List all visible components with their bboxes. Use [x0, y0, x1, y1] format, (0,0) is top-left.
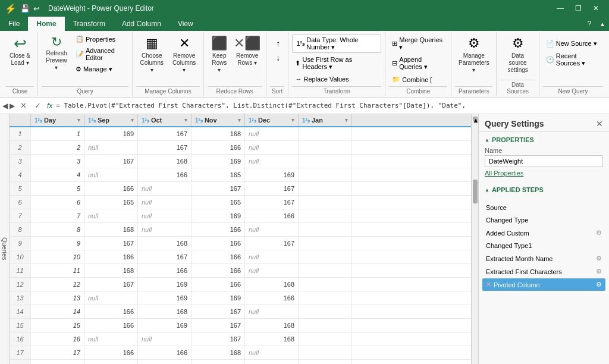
cell-sep[interactable]: 168 — [84, 264, 138, 277]
cell-sep[interactable]: null — [84, 168, 138, 181]
tab-add-column[interactable]: Add Column — [114, 17, 169, 31]
scroll-up-arrow[interactable]: ▲ — [473, 117, 478, 121]
cell-oct[interactable]: null — [138, 196, 192, 209]
applied-step-item[interactable]: Extracted First Characters⚙ — [482, 265, 605, 278]
vertical-scrollbar[interactable]: ▲ ▼ — [471, 114, 478, 364]
cell-sep[interactable]: 166 — [84, 305, 138, 318]
cell-day[interactable]: 15 — [31, 319, 84, 332]
cell-sep[interactable]: 167 — [84, 155, 138, 168]
cell-nov[interactable]: 166 — [192, 223, 245, 236]
cell-sep[interactable]: null — [84, 291, 138, 305]
cell-sep[interactable]: 165 — [84, 196, 138, 209]
cell-oct[interactable]: 166 — [138, 264, 192, 277]
cell-nov[interactable]: 165 — [192, 196, 245, 209]
cell-sep[interactable]: 167 — [84, 278, 138, 291]
col-dec-filter[interactable]: ▾ — [291, 117, 294, 123]
cell-jan[interactable] — [299, 332, 352, 346]
combine-files-button[interactable]: 📁 Combine [ — [389, 74, 435, 85]
tab-transform[interactable]: Transform — [65, 17, 114, 31]
confirm-formula-icon[interactable]: ✓ — [32, 100, 43, 112]
cell-sep[interactable]: 166 — [84, 319, 138, 332]
choose-columns-button[interactable]: ▦ ChooseColumns ▾ — [136, 33, 167, 76]
applied-step-item[interactable]: Changed Type — [482, 214, 605, 226]
cell-oct[interactable]: 167 — [138, 141, 192, 154]
cell-jan[interactable] — [299, 278, 352, 291]
cell-day[interactable]: 4 — [31, 168, 84, 181]
new-source-button[interactable]: 📄 New Source ▾ — [543, 38, 600, 49]
cell-day[interactable]: 7 — [31, 209, 84, 222]
cell-jan[interactable] — [299, 182, 352, 195]
col-header-oct[interactable]: 1²₃ Oct ▾ — [138, 114, 192, 126]
cell-dec[interactable]: 168 — [245, 278, 299, 291]
data-type-button[interactable]: 1²₃ Data Type: Whole Number ▾ — [292, 34, 381, 53]
cell-dec[interactable]: 167 — [245, 182, 299, 195]
quick-access-save[interactable]: 💾 — [20, 4, 30, 13]
step-settings-icon[interactable]: ⚙ — [596, 229, 602, 237]
tab-view[interactable]: View — [169, 17, 202, 31]
cell-day[interactable]: 2 — [31, 141, 84, 154]
sort-desc-button[interactable]: ↓ — [270, 51, 287, 64]
cell-nov[interactable]: 166 — [192, 141, 245, 154]
cell-jan[interactable] — [299, 141, 352, 154]
keep-rows-button[interactable]: ⬛ KeepRows ▾ — [208, 33, 231, 76]
recent-sources-button[interactable]: 🕐 Recent Sources ▾ — [543, 51, 603, 69]
cell-nov[interactable]: 167 — [192, 332, 245, 346]
cell-sep[interactable]: 166 — [84, 360, 138, 364]
data-source-settings-button[interactable]: ⚙ Data sourcesettings — [500, 33, 535, 76]
cell-nov[interactable]: 166 — [192, 278, 245, 291]
cell-oct[interactable]: null — [138, 332, 192, 346]
manage-params-button[interactable]: ⚙ ManageParameters ▾ — [455, 33, 492, 76]
cell-dec[interactable]: 168 — [245, 332, 299, 346]
cell-dec[interactable]: null — [245, 127, 299, 140]
cell-jan[interactable] — [299, 209, 352, 222]
cell-nov[interactable]: 169 — [192, 209, 245, 222]
cell-day[interactable]: 13 — [31, 291, 84, 305]
cell-day[interactable]: 17 — [31, 346, 84, 359]
cell-dec[interactable]: 169 — [245, 168, 299, 181]
cell-dec[interactable]: null — [245, 250, 299, 263]
cell-oct[interactable]: null — [138, 360, 192, 364]
cell-nov[interactable]: 167 — [192, 319, 245, 332]
cell-jan[interactable] — [299, 360, 352, 364]
cell-oct[interactable]: 166 — [138, 346, 192, 359]
cell-day[interactable]: 11 — [31, 264, 84, 277]
close-button[interactable]: ✕ — [588, 2, 604, 14]
minimize-button[interactable]: — — [552, 2, 569, 14]
col-nov-filter[interactable]: ▾ — [238, 117, 241, 123]
cell-jan[interactable] — [299, 155, 352, 168]
cell-nov[interactable]: 169 — [192, 291, 245, 305]
col-header-nov[interactable]: 1²₃ Nov ▾ — [192, 114, 245, 126]
manage-button[interactable]: ⚙ Manage ▾ — [73, 64, 128, 75]
cancel-formula-icon[interactable]: ✕ — [17, 100, 29, 112]
cell-sep[interactable]: 166 — [84, 346, 138, 359]
cell-oct[interactable]: null — [138, 223, 192, 236]
col-header-day[interactable]: 1²₃ Day ▾ — [31, 114, 84, 126]
grid-body[interactable]: 11169167168null22null167166null331671681… — [10, 127, 471, 364]
all-properties-link[interactable]: All Properties — [485, 170, 523, 177]
cell-nov[interactable]: 168 — [192, 360, 245, 364]
maximize-button[interactable]: ❐ — [570, 2, 586, 14]
formula-input[interactable] — [56, 102, 607, 109]
cell-day[interactable]: 16 — [31, 332, 84, 346]
cell-day[interactable]: 3 — [31, 155, 84, 168]
close-load-button[interactable]: ↩ Close &Load ▾ — [6, 33, 34, 69]
cell-sep[interactable]: null — [84, 209, 138, 222]
remove-rows-button[interactable]: ✕⬛ RemoveRows ▾ — [233, 33, 262, 69]
col-oct-filter[interactable]: ▾ — [184, 117, 187, 123]
cell-sep[interactable]: 166 — [84, 182, 138, 195]
cell-oct[interactable]: 169 — [138, 278, 192, 291]
queries-panel[interactable]: Queries — [0, 114, 10, 364]
cell-day[interactable]: 6 — [31, 196, 84, 209]
step-settings-icon[interactable]: ⚙ — [596, 268, 602, 275]
cell-jan[interactable] — [299, 264, 352, 277]
cell-day[interactable]: 14 — [31, 305, 84, 318]
cell-day[interactable]: 8 — [31, 223, 84, 236]
cell-jan[interactable] — [299, 346, 352, 359]
replace-values-button[interactable]: ↔ Replace Values — [292, 74, 351, 84]
ribbon-collapse[interactable]: ▲ — [596, 17, 609, 31]
query-name-input[interactable] — [485, 155, 603, 167]
help-button[interactable]: ? — [582, 17, 596, 31]
col-header-sep[interactable]: 1²₃ Sep ▾ — [84, 114, 138, 126]
cell-dec[interactable]: 166 — [245, 291, 299, 305]
step-settings-icon[interactable]: ⚙ — [596, 281, 602, 288]
